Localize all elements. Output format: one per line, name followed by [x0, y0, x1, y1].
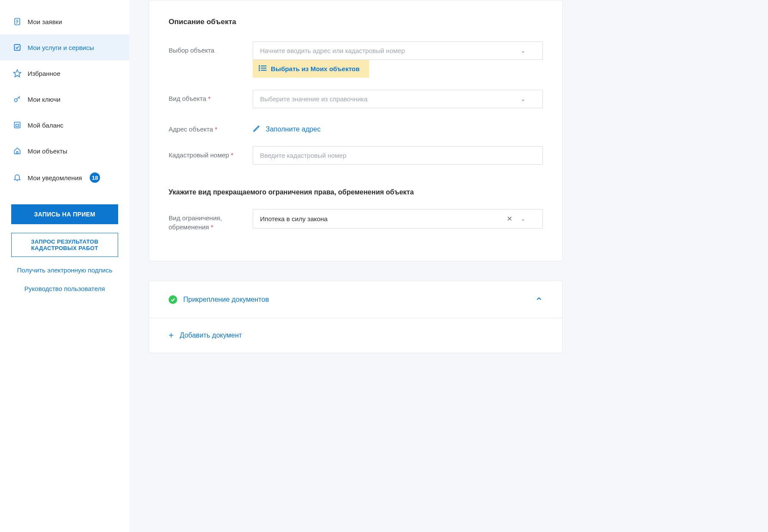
svg-rect-9: [14, 122, 20, 128]
link-label: Добавить документ: [180, 332, 242, 339]
svg-point-16: [259, 66, 260, 66]
cadastral-number-input[interactable]: [253, 146, 543, 165]
sidebar-item-requests[interactable]: Мои заявки: [0, 9, 129, 34]
fill-address-link[interactable]: Заполните адрес: [253, 120, 320, 134]
attachments-card: Прикрепление документов + Добавить докум…: [149, 281, 563, 353]
sidebar-item-label: Мои услуги и сервисы: [28, 44, 94, 51]
sidebar: Мои заявки Мои услуги и сервисы Избранно…: [0, 0, 129, 532]
section-subtitle: Укажите вид прекращаемого ограничения пр…: [169, 188, 543, 196]
check-square-icon: [13, 43, 22, 52]
cadastral-results-button[interactable]: ЗАПРОС РЕЗУЛЬТАТОВ КАДАСТРОВЫХ РАБОТ: [11, 233, 118, 257]
notifications-badge: 18: [90, 172, 100, 183]
add-document-link[interactable]: + Добавить документ: [169, 331, 242, 340]
sidebar-item-label: Избранное: [28, 70, 60, 77]
chevron-down-icon: ⌄: [521, 48, 525, 54]
pick-from-objects-link[interactable]: Выбрать из Моих объектов: [253, 60, 369, 78]
svg-point-18: [259, 70, 260, 71]
restriction-type-select[interactable]: Ипотека в силу закона ✕ ⌄: [253, 209, 543, 228]
svg-line-8: [19, 97, 20, 99]
placeholder-text: Выберите значение из справочника: [260, 95, 367, 103]
cadastral-number-label: Кадастровый номер *: [169, 146, 253, 160]
sidebar-item-favorites[interactable]: Избранное: [0, 60, 129, 86]
sidebar-item-label: Мои заявки: [28, 18, 62, 25]
object-address-label: Адрес объекта *: [169, 120, 253, 134]
get-signature-link[interactable]: Получить электронную подпись: [11, 266, 118, 275]
svg-rect-10: [16, 124, 19, 126]
sidebar-item-objects[interactable]: Мои объекты: [0, 138, 129, 164]
appointment-button[interactable]: ЗАПИСЬ НА ПРИЕМ: [11, 204, 118, 224]
pencil-icon: [253, 125, 260, 134]
chevron-down-icon: ⌄: [521, 216, 525, 222]
clear-icon[interactable]: ✕: [507, 215, 512, 223]
user-guide-link[interactable]: Руководство пользователя: [11, 284, 118, 294]
sidebar-item-label: Мои объекты: [28, 147, 67, 155]
link-label: Выбрать из Моих объектов: [271, 65, 360, 72]
svg-rect-4: [14, 44, 20, 50]
svg-point-6: [14, 99, 17, 102]
select-object-input[interactable]: Начните вводить адрес или кадастровый но…: [253, 41, 543, 60]
section-title: Описание объекта: [169, 18, 543, 26]
object-type-select[interactable]: Выберите значение из справочника ⌄: [253, 90, 543, 108]
restriction-type-label: Вид ограничения, обременения *: [169, 209, 253, 232]
sidebar-item-label: Мои ключи: [28, 96, 60, 103]
link-label: Заполните адрес: [266, 125, 320, 133]
object-description-card: Описание объекта Выбор объекта Начните в…: [149, 0, 563, 261]
sidebar-item-label: Мой баланс: [28, 122, 63, 129]
sidebar-item-label: Мои уведомления: [28, 174, 82, 182]
select-value: Ипотека в силу закона: [260, 215, 328, 222]
key-icon: [13, 95, 22, 103]
house-icon: [13, 147, 22, 155]
star-icon: [13, 69, 22, 78]
attachments-title: Прикрепление документов: [183, 296, 269, 304]
placeholder-text: Начните вводить адрес или кадастровый но…: [260, 47, 405, 54]
chevron-up-icon: [535, 295, 543, 304]
svg-marker-5: [14, 70, 21, 77]
sidebar-item-notifications[interactable]: Мои уведомления 18: [0, 164, 129, 191]
svg-point-17: [259, 68, 260, 69]
sidebar-item-balance[interactable]: Мой баланс: [0, 112, 129, 138]
object-type-label: Вид объекта *: [169, 90, 253, 103]
bell-icon: [13, 173, 22, 182]
check-circle-icon: [169, 295, 177, 304]
chevron-down-icon: ⌄: [521, 96, 525, 102]
sidebar-item-keys[interactable]: Мои ключи: [0, 86, 129, 112]
balance-icon: [13, 121, 22, 129]
select-object-label: Выбор объекта: [169, 41, 253, 55]
plus-icon: +: [169, 331, 174, 340]
list-icon: [259, 65, 266, 72]
document-icon: [13, 17, 22, 26]
attachments-header[interactable]: Прикрепление документов: [149, 281, 562, 318]
svg-rect-11: [16, 152, 18, 154]
sidebar-item-services[interactable]: Мои услуги и сервисы: [0, 34, 129, 60]
main-content: Описание объекта Выбор объекта Начните в…: [129, 0, 768, 532]
